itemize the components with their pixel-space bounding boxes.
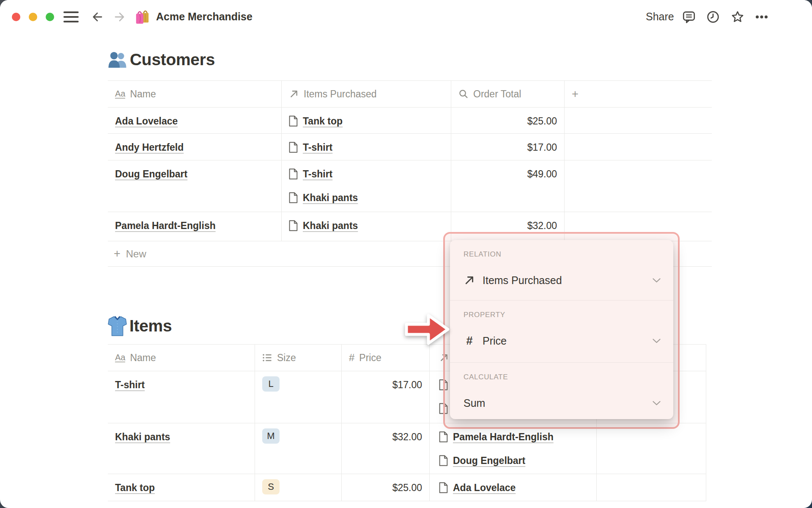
items-column-name[interactable]: Aa Name <box>108 345 255 371</box>
number-property-icon: # <box>349 352 354 364</box>
popup-section-property: PROPERTY # Price <box>450 301 673 363</box>
item-name-cell[interactable]: Khaki pants <box>108 423 255 474</box>
sidebar-menu-icon[interactable] <box>63 11 79 22</box>
page-icon <box>439 482 448 493</box>
updates-clock-icon[interactable] <box>706 10 720 24</box>
customer-name-cell[interactable]: Doug Engelbart <box>108 160 282 212</box>
items-db-title[interactable]: Items <box>129 317 172 335</box>
size-tag: M <box>262 428 280 444</box>
customers-column-items-purchased[interactable]: Items Purchased <box>282 81 451 107</box>
calculate-select[interactable]: Sum <box>464 393 661 413</box>
traffic-light-zoom-button[interactable] <box>46 13 54 21</box>
table-row: Doug Engelbart T-shirt Khaki pants $49.0… <box>108 160 712 212</box>
customers-db-heading: Customers <box>108 49 215 71</box>
order-total-cell[interactable]: $49.00 <box>451 160 565 212</box>
traffic-light-close-button[interactable] <box>12 13 20 21</box>
rollup-magnifier-icon <box>458 89 469 99</box>
table-row: Ada Lovelace Tank top $25.00 <box>108 108 712 134</box>
title-property-icon: Aa <box>115 353 125 362</box>
window-titlebar: Acme Merchandise Share <box>0 0 812 34</box>
plus-icon: + <box>114 248 121 260</box>
select-list-icon <box>262 353 272 363</box>
calculate-section-label: CALCULATE <box>464 373 508 381</box>
favorite-star-icon[interactable] <box>730 10 745 24</box>
purchased-by-cell[interactable]: Pamela Hardt-English Doug Engelbart <box>430 423 597 474</box>
relation-icon <box>464 274 475 286</box>
title-property-icon: Aa <box>115 89 125 99</box>
items-purchased-cell[interactable]: Khaki pants <box>282 212 451 241</box>
busts-people-icon <box>108 50 128 69</box>
relation-section-label: RELATION <box>464 250 501 259</box>
items-column-price[interactable]: # Price <box>342 345 430 371</box>
table-row: Khaki pants M $32.00 Pamela Hardt-Englis… <box>108 423 706 474</box>
comments-icon[interactable] <box>682 10 696 24</box>
customer-name-cell[interactable]: Pamela Hardt-English <box>108 212 282 241</box>
relation-icon <box>289 89 299 99</box>
page-icon <box>439 455 448 466</box>
purchased-by-cell[interactable]: Ada Lovelace <box>430 474 597 501</box>
property-select[interactable]: # Price <box>464 331 661 351</box>
table-row: Tank top S $25.00 Ada Lovelace <box>108 474 706 501</box>
customers-header-row: Aa Name Items Purchased Order Total + <box>108 80 712 108</box>
size-cell[interactable]: L <box>255 371 342 423</box>
property-section-label: PROPERTY <box>464 311 505 319</box>
items-column-size[interactable]: Size <box>255 345 342 371</box>
chevron-down-icon <box>653 401 661 406</box>
customer-name-cell[interactable]: Ada Lovelace <box>108 108 282 133</box>
size-cell[interactable]: S <box>255 474 342 501</box>
more-options-icon[interactable] <box>754 10 769 24</box>
plus-icon: + <box>572 88 579 100</box>
price-cell[interactable]: $32.00 <box>342 423 430 474</box>
popup-section-relation: RELATION Items Purchased <box>450 240 673 301</box>
order-total-cell[interactable]: $25.00 <box>451 108 565 133</box>
rollup-config-popup: RELATION Items Purchased PROPERTY # Pric… <box>450 240 673 419</box>
popup-section-calculate: CALCULATE Sum <box>450 363 673 419</box>
items-purchased-cell[interactable]: T-shirt Khaki pants <box>282 160 451 212</box>
shopping-bags-icon <box>134 8 151 25</box>
customers-column-name[interactable]: Aa Name <box>108 81 282 107</box>
price-cell[interactable]: $17.00 <box>342 371 430 423</box>
back-arrow-icon[interactable] <box>91 11 104 23</box>
size-cell[interactable]: M <box>255 423 342 474</box>
chevron-down-icon <box>653 278 661 283</box>
chevron-down-icon <box>653 339 661 343</box>
app-window: Acme Merchandise Share Customers <box>0 0 812 508</box>
share-button[interactable]: Share <box>646 11 674 23</box>
item-name-cell[interactable]: Tank top <box>108 474 255 501</box>
page-title: Acme Merchandise <box>156 11 252 23</box>
items-purchased-cell[interactable]: Tank top <box>282 108 451 133</box>
customer-name-cell[interactable]: Andy Hertzfeld <box>108 134 282 160</box>
shirt-icon <box>108 315 127 337</box>
page-icon <box>289 116 298 127</box>
page-icon <box>439 431 448 442</box>
page-icon <box>289 142 298 153</box>
order-total-cell[interactable]: $17.00 <box>451 134 565 160</box>
traffic-light-minimize-button[interactable] <box>29 13 37 21</box>
size-tag: L <box>262 376 280 392</box>
page-icon <box>289 168 298 179</box>
page-icon <box>289 192 298 203</box>
relation-select[interactable]: Items Purchased <box>464 271 661 290</box>
table-row: Andy Hertzfeld T-shirt $17.00 <box>108 134 712 160</box>
customers-add-column-button[interactable]: + <box>565 81 712 107</box>
page-icon <box>289 220 298 231</box>
price-cell[interactable]: $25.00 <box>342 474 430 501</box>
customers-db-title[interactable]: Customers <box>130 50 215 69</box>
red-pointer-arrow <box>405 313 450 346</box>
size-tag: S <box>262 479 280 494</box>
number-property-icon: # <box>464 335 475 347</box>
item-name-cell[interactable]: T-shirt <box>108 371 255 423</box>
customers-column-order-total[interactable]: Order Total <box>451 81 565 107</box>
items-purchased-cell[interactable]: T-shirt <box>282 134 451 160</box>
forward-arrow-icon <box>113 11 126 23</box>
items-db-heading: Items <box>108 314 172 338</box>
